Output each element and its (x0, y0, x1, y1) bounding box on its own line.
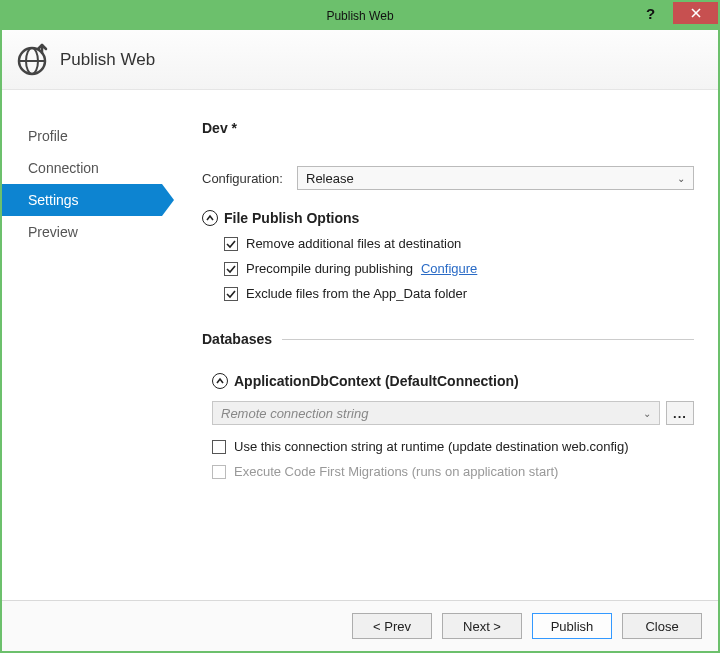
divider (282, 339, 694, 340)
chevron-down-icon: ⌄ (643, 408, 651, 419)
sidebar-item-settings[interactable]: Settings (2, 184, 162, 216)
file-publish-heading: File Publish Options (202, 210, 694, 226)
remove-files-label: Remove additional files at destination (246, 236, 461, 251)
db-context-heading: ApplicationDbContext (DefaultConnection) (212, 373, 694, 389)
db-context-name: ApplicationDbContext (DefaultConnection) (234, 373, 519, 389)
collapse-toggle-db-context[interactable] (212, 373, 228, 389)
precompile-checkbox[interactable] (224, 262, 238, 276)
configuration-select[interactable]: Release ⌄ (297, 166, 694, 190)
globe-publish-icon (16, 43, 50, 77)
chevron-down-icon: ⌄ (677, 173, 685, 184)
execute-migrations-checkbox (212, 465, 226, 479)
dialog-header: Publish Web (2, 30, 718, 90)
databases-section: Databases ApplicationDbContext (DefaultC… (202, 331, 694, 479)
publish-button[interactable]: Publish (532, 613, 612, 639)
close-icon (691, 8, 701, 18)
sidebar-item-preview[interactable]: Preview (2, 216, 162, 248)
publish-web-dialog: Publish Web ? Publish Web (0, 0, 720, 653)
use-conn-runtime-checkbox[interactable] (212, 440, 226, 454)
check-icon (226, 264, 236, 274)
window-controls: ? (628, 2, 718, 24)
window-close-button[interactable] (673, 2, 718, 24)
wizard-sidebar: Profile Connection Settings Preview (2, 90, 162, 600)
next-button[interactable]: Next > (442, 613, 522, 639)
titlebar: Publish Web ? (2, 2, 718, 30)
prev-button[interactable]: < Prev (352, 613, 432, 639)
file-publish-heading-text: File Publish Options (224, 210, 359, 226)
databases-heading: Databases (202, 331, 272, 347)
connection-string-placeholder: Remote connection string (221, 406, 368, 421)
connection-browse-button[interactable]: ... (666, 401, 694, 425)
dialog-footer: < Prev Next > Publish Close (2, 600, 718, 651)
exclude-appdata-checkbox[interactable] (224, 287, 238, 301)
dialog-body: Profile Connection Settings Preview Dev … (2, 90, 718, 600)
use-conn-runtime-label: Use this connection string at runtime (u… (234, 439, 629, 454)
settings-panel: Dev * Configuration: Release ⌄ File Publ… (162, 90, 718, 600)
sidebar-item-connection[interactable]: Connection (2, 152, 162, 184)
configuration-value: Release (306, 171, 354, 186)
help-button[interactable]: ? (628, 2, 673, 24)
precompile-configure-link[interactable]: Configure (421, 261, 477, 276)
configuration-label: Configuration: (202, 171, 297, 186)
execute-migrations-label: Execute Code First Migrations (runs on a… (234, 464, 558, 479)
remove-files-checkbox[interactable] (224, 237, 238, 251)
check-icon (226, 239, 236, 249)
connection-string-combo[interactable]: Remote connection string ⌄ (212, 401, 660, 425)
window-title: Publish Web (326, 9, 393, 23)
exclude-appdata-label: Exclude files from the App_Data folder (246, 286, 467, 301)
check-icon (226, 289, 236, 299)
configuration-row: Configuration: Release ⌄ (202, 166, 694, 190)
collapse-toggle-file-publish[interactable] (202, 210, 218, 226)
sidebar-item-profile[interactable]: Profile (2, 120, 162, 152)
chevron-up-icon (216, 377, 224, 385)
dialog-title: Publish Web (60, 50, 155, 70)
chevron-up-icon (206, 214, 214, 222)
profile-name-label: Dev * (202, 120, 694, 136)
close-button[interactable]: Close (622, 613, 702, 639)
precompile-label: Precompile during publishing (246, 261, 413, 276)
